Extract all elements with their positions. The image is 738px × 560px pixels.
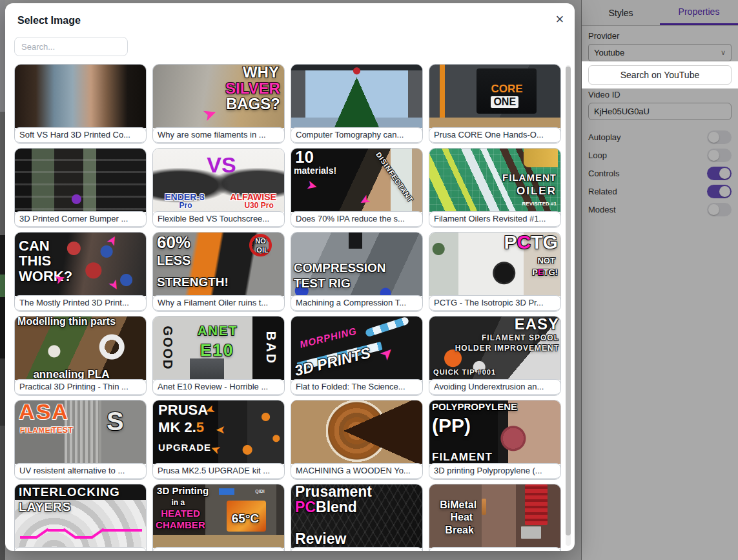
thumbnail-overlay-text: BAD [265, 331, 278, 365]
thumbnail-overlay-text: FILAMENT [432, 451, 493, 462]
thumbnail-overlay-text: INTERLOCKING [19, 486, 120, 498]
thumbnail-overlay-text: Pro [179, 202, 192, 209]
thumbnail-overlay-text: POLYPROPYLENE [432, 402, 517, 411]
video-thumbnail-caption: Flat to Folded: The Science... [291, 379, 423, 395]
thumbnail-overlay-text: 10 [295, 149, 314, 165]
thumbnail-overlay-text: TEST [52, 426, 73, 434]
video-thumbnail-card[interactable]: EASYFILAMENT SPOOLHOLDER IMPROVEMENTQUIC… [429, 316, 561, 396]
thumbnail-overlay-text: STRENGTH! [157, 276, 229, 288]
modal-scrollbar-track[interactable] [566, 65, 571, 546]
thumbnail-overlay-text: PCBlend [295, 500, 357, 515]
thumbnail-overlay-text: Prusament [295, 484, 372, 499]
video-thumbnail-caption: Does 70% IPA reduce the s... [291, 211, 423, 227]
video-thumbnail-caption: Prusa MK2.5 UPGRADE kit ... [152, 463, 285, 479]
video-thumbnail-caption: Filament Oilers Revisited #1... [429, 211, 561, 227]
video-thumbnail-card[interactable]: PrusamentPCBlendReview [291, 484, 423, 551]
thumbnail-overlay-text: REVISITED #1 [522, 202, 557, 207]
video-thumbnail-card[interactable]: Computer Tomography can... [291, 64, 423, 144]
thumbnail-overlay-text: 3D Printing [157, 486, 209, 495]
video-thumbnail-caption: Why are some filaments in ... [152, 127, 285, 143]
video-thumbnail-card[interactable]: PRUSAMK 2.5UPGRADE➤➤➤Prusa MK2.5 UPGRADE… [152, 400, 285, 480]
video-thumbnail-image [291, 400, 422, 464]
video-thumbnail-card[interactable]: 60%LESSSTRENGTH!NOOILWhy a Filament Oile… [152, 232, 285, 312]
video-thumbnail-card[interactable]: FILAMENTOILERREVISITED #1Filament Oilers… [429, 148, 561, 228]
video-thumbnail-image: 3D Printingin aHEATEDCHAMBER65°CQIDI [153, 484, 284, 548]
thumbnail-overlay-text: ANET [198, 324, 238, 337]
search-on-youtube-strip: Search on YouTube [582, 61, 738, 88]
thumbnail-overlay-text: NO [255, 238, 266, 245]
thumbnail-overlay-text: WHY [243, 65, 279, 80]
thumbnail-overlay-text: THIS [19, 254, 51, 268]
video-thumbnail-caption [152, 547, 285, 551]
video-thumbnail-card[interactable]: SASAFILAMENTTESTUV resistent alternative… [14, 400, 147, 480]
video-thumbnail-card[interactable]: VSENDER-3ProALFAWISEU30 ProFlexible Bed … [152, 148, 285, 228]
thumbnail-overlay-text: ONE [491, 96, 518, 108]
video-thumbnail-card[interactable]: Soft VS Hard 3D Printed Co... [14, 64, 147, 144]
thumbnail-overlay-text: PETG! [532, 268, 558, 276]
thumbnail-overlay-text: ➤ [216, 424, 225, 436]
video-thumbnail-caption: Practical 3D Printing - Thin ... [14, 379, 147, 395]
thumbnail-overlay-text: DISINFECTANT [374, 151, 415, 204]
video-thumbnail-image: FILAMENTOILERREVISITED #1 [429, 149, 560, 212]
thumbnail-overlay-text: CAN [19, 239, 50, 253]
video-thumbnail-image: BiMetalHeatBreak [429, 484, 560, 548]
video-thumbnail-card[interactable]: COREONEPrusa CORE One Hands-O... [429, 64, 561, 144]
video-thumbnail-image: COREONE [429, 65, 560, 128]
modal-title: Select Image [17, 15, 81, 26]
thumbnail-overlay-text: 65°C [232, 512, 259, 524]
thumbnail-overlay-text: ➤ [376, 343, 396, 363]
thumbnail-overlay-text: ASA [19, 400, 69, 422]
video-thumbnail-caption: Avoiding Underextrusion an... [429, 379, 561, 395]
thumbnail-overlay-text: EASY [515, 316, 559, 332]
thumbnail-shape [521, 526, 540, 539]
thumbnail-overlay-text: S [107, 408, 124, 434]
video-thumbnail-image [15, 149, 146, 212]
video-thumbnail-card[interactable]: MACHINING a WOODEN Yo... [291, 400, 423, 480]
video-thumbnail-caption: 3D Printed Corner Bumper ... [14, 211, 147, 227]
video-thumbnail-card[interactable]: 3D Printed Corner Bumper ... [14, 148, 147, 228]
thumbnail-overlay-text: QIDI [255, 489, 264, 493]
video-thumbnail-card[interactable]: 10materials!DISINFECTANT➤➤Does 70% IPA r… [291, 148, 423, 228]
thumbnail-shape [525, 484, 548, 525]
video-thumbnail-card[interactable]: BiMetalHeatBreak [429, 484, 561, 551]
modal-scrollbar-thumb[interactable] [566, 67, 571, 535]
video-thumbnail-image: INTERLOCKINGLAYERS [15, 484, 146, 548]
video-thumbnail-caption: MACHINING a WOODEN Yo... [291, 463, 423, 479]
video-thumbnail-card[interactable]: POLYPROPYLENE(PP)FILAMENT3D printing Pol… [429, 400, 561, 480]
thumbnail-overlay-text: UPGRADE [158, 442, 211, 452]
thumbnail-overlay-text: OIL [256, 247, 268, 254]
video-thumbnail-image [291, 65, 422, 128]
thumbnail-overlay-text: Heat [450, 512, 473, 523]
video-thumbnail-image: POLYPROPYLENE(PP)FILAMENT [429, 400, 560, 464]
thumbnail-overlay-text: Review [295, 532, 346, 546]
video-thumbnail-caption [14, 547, 147, 551]
thumbnail-overlay-text: ➤ [107, 276, 123, 293]
thumbnail-overlay-text: annealing PLA [33, 369, 109, 380]
video-thumbnail-image: COMPRESSIONTEST RIG [291, 233, 422, 296]
thumbnail-overlay-text: (PP) [432, 416, 471, 435]
thumbnail-overlay-text: materials! [294, 166, 336, 175]
video-thumbnail-caption: PCTG - The Isotropic 3D Pr... [429, 295, 561, 311]
video-thumbnail-card[interactable]: Modelling thin partsannealing PLAPractic… [14, 316, 147, 396]
video-thumbnail-card[interactable]: CANTHISWORK?➤➤➤The Mostly Printed 3D Pri… [14, 232, 147, 312]
video-thumbnail-caption: Flexible Bed VS Touchscree... [152, 211, 285, 227]
video-thumbnail-card[interactable]: WHYSILVERBAGS?➤Why are some filaments in… [152, 64, 285, 144]
video-thumbnail-card[interactable]: INTERLOCKINGLAYERS [14, 484, 147, 551]
video-thumbnail-caption [429, 547, 561, 551]
thumbnail-overlay-text: Modelling thin parts [17, 316, 116, 327]
close-icon[interactable]: × [551, 11, 568, 28]
video-thumbnail-image: PRUSAMK 2.5UPGRADE➤➤➤ [153, 400, 284, 464]
video-thumbnail-card[interactable]: 3D Printingin aHEATEDCHAMBER65°CQIDI [152, 484, 285, 551]
video-thumbnail-card[interactable]: MORPHING3D PRINTS➤Flat to Folded: The Sc… [291, 316, 423, 396]
video-thumbnail-caption: The Mostly Printed 3D Print... [14, 295, 147, 311]
thumbnail-overlay-text: LESS [157, 254, 190, 267]
video-thumbnail-card[interactable]: GOODANETE10BADAnet E10 Review - Horrible… [152, 316, 285, 396]
video-thumbnail-caption: Anet E10 Review - Horrible ... [152, 379, 285, 395]
video-thumbnail-caption: Computer Tomography can... [291, 127, 423, 143]
video-thumbnail-card[interactable]: PCTGNOTPETG!PCTG - The Isotropic 3D Pr..… [429, 232, 561, 312]
search-input[interactable] [14, 37, 128, 56]
video-thumbnail-caption: Why a Filament Oiler ruins t... [152, 295, 285, 311]
thumbnail-shape [482, 499, 486, 515]
video-thumbnail-card[interactable]: COMPRESSIONTEST RIGMachining a Compressi… [291, 232, 423, 312]
search-on-youtube-button[interactable]: Search on YouTube [588, 65, 732, 85]
